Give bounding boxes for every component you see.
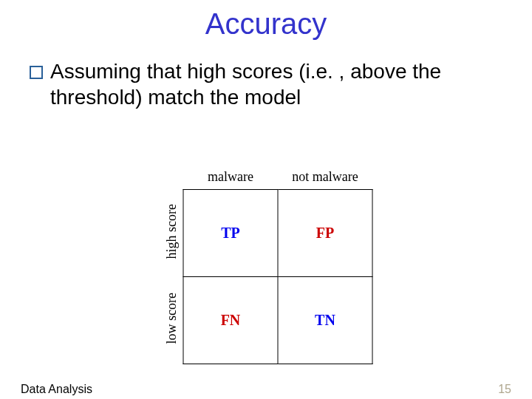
- col-header-malware: malware: [183, 168, 278, 190]
- cell-tp: TP: [183, 190, 278, 277]
- confusion-matrix: malware not malware high score TP FP low…: [160, 168, 373, 364]
- bullet-square-icon: [30, 66, 43, 79]
- bullet-item: Assuming that high scores (i.e. , above …: [30, 58, 502, 110]
- col-header-not-malware: not malware: [278, 168, 372, 190]
- row-header-high-score: high score: [160, 190, 184, 277]
- row-header-low-score: low score: [160, 277, 184, 364]
- cell-fp: FP: [278, 190, 372, 277]
- page-number: 15: [498, 383, 511, 396]
- cell-tn: TN: [278, 277, 372, 364]
- cell-fn: FN: [183, 277, 278, 364]
- bullet-text: Assuming that high scores (i.e. , above …: [50, 58, 502, 110]
- slide: Accuracy Assuming that high scores (i.e.…: [0, 7, 532, 399]
- footer-left: Data Analysis: [21, 383, 92, 396]
- slide-title: Accuracy: [0, 7, 532, 41]
